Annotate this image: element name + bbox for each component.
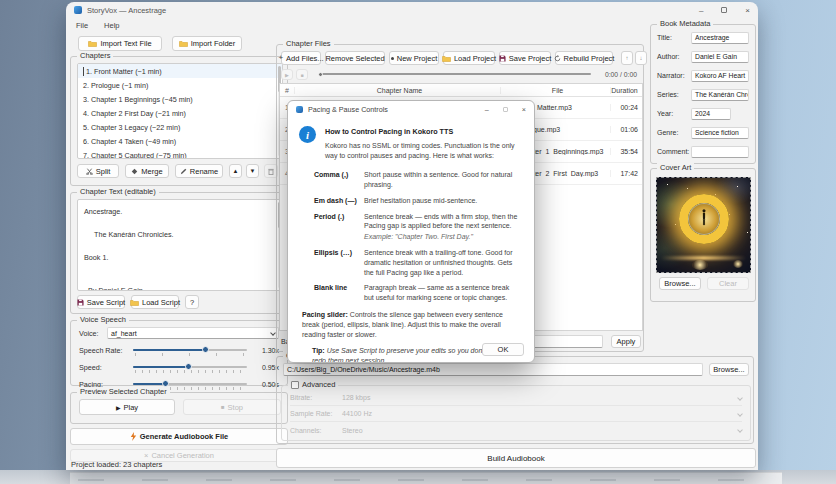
preview-group-label: Preview Selected Chapter xyxy=(77,387,170,396)
add-files-button[interactable]: +Add Files... xyxy=(281,51,321,65)
generate-audiobook-button[interactable]: Generate Audiobook File xyxy=(70,428,288,445)
chevron-down-icon xyxy=(737,411,743,417)
year-input[interactable]: 2024 xyxy=(691,108,731,120)
dialog-title: Pacing & Pause Controls xyxy=(308,105,388,114)
speech-rate-slider[interactable] xyxy=(133,345,247,356)
load-project-button[interactable]: Load Project xyxy=(443,51,495,65)
speed-label: Speed: xyxy=(79,363,129,372)
build-audiobook-button[interactable]: Build Audiobook xyxy=(276,448,756,468)
file-seek-slider[interactable] xyxy=(319,69,591,80)
chapter-list-item[interactable]: 3. Chapter 1 Beginnings (~45 min) xyxy=(78,92,282,106)
narrator-input[interactable]: Kokoro AF Heart xyxy=(691,70,749,82)
glow-orb xyxy=(733,260,743,268)
sample-rate-select[interactable]: 44100 Hz xyxy=(342,410,372,417)
remove-selected-button[interactable]: Remove Selected xyxy=(325,51,385,65)
advanced-checkbox[interactable] xyxy=(291,381,299,389)
title-input[interactable]: Ancestrage xyxy=(691,32,749,44)
row-down-button[interactable]: ↓ xyxy=(635,51,647,65)
chapter-list-item[interactable]: 5. Chapter 3 Legacy (~22 min) xyxy=(78,120,282,134)
row-up-button[interactable]: ↑ xyxy=(621,51,633,65)
window-title: StoryVox — Ancestrage xyxy=(87,6,166,15)
minimize-icon[interactable]: – xyxy=(699,6,703,15)
col-file: File xyxy=(500,87,610,94)
cover-art-group-label: Cover Art xyxy=(657,163,694,172)
chapter-list-item[interactable]: 7. Chapter 5 Captured (~75 min) xyxy=(78,148,282,159)
new-project-button[interactable]: New Project xyxy=(389,51,439,65)
script-help-button[interactable]: ? xyxy=(185,295,199,309)
save-project-button[interactable]: Save Project xyxy=(499,51,551,65)
chevron-down-icon xyxy=(737,427,743,433)
pacing-value: 0.50s xyxy=(251,381,279,388)
import-text-file-button[interactable]: Import Text File xyxy=(78,36,162,51)
apply-button[interactable]: Apply xyxy=(611,335,641,348)
dialog-close-icon[interactable]: × xyxy=(522,105,526,114)
series-input[interactable]: The Kanérán Chronicles xyxy=(691,89,749,101)
text-caret xyxy=(83,67,84,76)
bitrate-select[interactable]: 128 kbps xyxy=(342,394,370,401)
speed-slider[interactable] xyxy=(133,362,247,373)
chapter-text-editor[interactable]: Ancestrage. The Kanérán Chronicles. Book… xyxy=(77,199,283,291)
channels-label: Channels: xyxy=(290,427,342,434)
term-desc: Brief hesitation pause mid-sentence. xyxy=(364,196,520,206)
chapter-text-line: Book 1. xyxy=(84,253,282,262)
author-input[interactable]: Daniel E Gain xyxy=(691,51,749,63)
dialog-title-bar[interactable]: Pacing & Pause Controls – × xyxy=(288,101,534,117)
cover-art-image[interactable] xyxy=(656,177,751,273)
bullet-icon xyxy=(391,57,394,60)
up-arrow-icon: ↑ xyxy=(626,55,629,61)
merge-button[interactable]: Merge xyxy=(125,164,169,178)
close-icon[interactable]: × xyxy=(745,6,750,15)
genre-input[interactable]: Science fiction xyxy=(691,127,749,139)
chapter-list-item[interactable]: 6. Chapter 4 Taken (~49 min) xyxy=(78,134,282,148)
split-button[interactable]: Split xyxy=(77,164,119,178)
chapters-list[interactable]: 1. Front Matter (~1 min) 2. Prologue (~1… xyxy=(77,63,283,159)
stars-art xyxy=(667,184,668,185)
term: Ellipsis (…) xyxy=(314,248,360,277)
chapter-files-group-label: Chapter Files xyxy=(283,39,334,48)
background-window-strip xyxy=(0,470,836,484)
voice-speech-group-label: Voice Speech xyxy=(77,315,129,324)
chapter-list-item[interactable]: 4. Chapter 2 First Day (~21 min) xyxy=(78,106,282,120)
menu-file[interactable]: File xyxy=(76,21,88,30)
rename-button[interactable]: Rename xyxy=(175,164,223,178)
stop-icon: ■ xyxy=(300,72,303,78)
maximize-icon[interactable] xyxy=(721,7,727,13)
genre-label: Genre: xyxy=(657,129,691,136)
rebuild-project-button[interactable]: Rebuild Project xyxy=(555,51,613,65)
chapter-text-group: Chapter Text (editable) Ancestrage. The … xyxy=(70,192,288,314)
lightning-icon xyxy=(130,432,137,441)
move-chapter-down-button[interactable]: ▼ xyxy=(246,164,259,178)
dialog-minimize-icon[interactable]: – xyxy=(485,105,489,114)
import-folder-button[interactable]: Import Folder xyxy=(172,36,242,51)
stop-button[interactable]: ■ Stop xyxy=(183,399,281,415)
narrator-label: Narrator: xyxy=(657,72,691,79)
menu-help[interactable]: Help xyxy=(104,21,119,30)
dialog-maximize-icon[interactable] xyxy=(503,107,508,112)
author-label: Author: xyxy=(657,53,691,60)
chapter-list-item[interactable]: 1. Front Matter (~1 min) xyxy=(78,64,282,78)
move-chapter-up-button[interactable]: ▲ xyxy=(229,164,242,178)
channels-select[interactable]: Stereo xyxy=(342,427,363,434)
file-stop-button[interactable]: ■ xyxy=(296,69,308,80)
folder-icon xyxy=(442,55,451,62)
cover-clear-button[interactable]: Clear xyxy=(707,277,749,290)
col-duration: Duration xyxy=(610,87,642,94)
file-play-button[interactable]: ▶ xyxy=(281,69,293,80)
cover-browse-button[interactable]: Browse... xyxy=(659,277,701,290)
save-script-button[interactable]: Save Script xyxy=(77,295,125,309)
comment-input[interactable] xyxy=(691,146,749,158)
output-browse-button[interactable]: Browse... xyxy=(709,363,749,376)
advanced-group-label: Advanced xyxy=(288,380,338,389)
play-button[interactable]: ▶ Play xyxy=(79,399,175,415)
folder-icon xyxy=(88,40,97,47)
col-name: Chapter Name xyxy=(294,87,500,94)
chapter-list-item[interactable]: 2. Prologue (~1 min) xyxy=(78,78,282,92)
output-path-input[interactable]: C:/Users/Big_D/OneDrive/Music/Ancestrage… xyxy=(283,363,703,376)
title-label: Title: xyxy=(657,34,691,41)
ok-button[interactable]: OK xyxy=(482,343,524,356)
load-script-button[interactable]: Load Script xyxy=(131,295,179,309)
chapter-text-line: Ancestrage. xyxy=(84,207,282,216)
title-bar[interactable]: StoryVox — Ancestrage – × xyxy=(66,2,758,18)
playback-time: 0:00 / 0:00 xyxy=(605,71,637,78)
voice-select[interactable]: af_heart xyxy=(107,327,279,339)
